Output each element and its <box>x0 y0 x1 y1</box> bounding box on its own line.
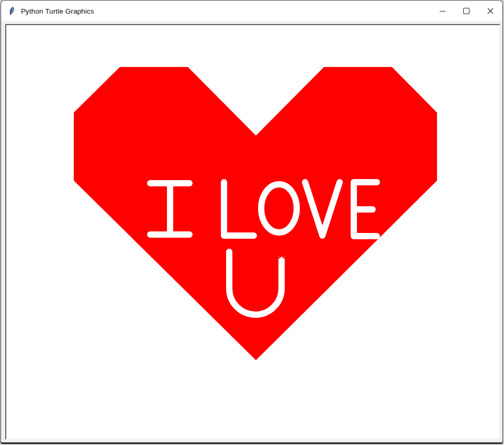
turtle-graphics-window: Python Turtle Graphics <box>1 0 503 444</box>
title-bar: Python Turtle Graphics <box>1 1 502 22</box>
minimize-button[interactable] <box>430 1 454 21</box>
maximize-icon <box>463 8 469 14</box>
close-button[interactable] <box>478 1 502 21</box>
tk-feather-icon <box>7 6 16 16</box>
maximize-button[interactable] <box>454 1 478 21</box>
turtle-canvas[interactable] <box>5 24 500 440</box>
window-title: Python Turtle Graphics <box>21 7 94 15</box>
close-icon <box>487 8 494 14</box>
turtle-drawing <box>6 25 499 439</box>
minimize-icon <box>440 11 445 12</box>
